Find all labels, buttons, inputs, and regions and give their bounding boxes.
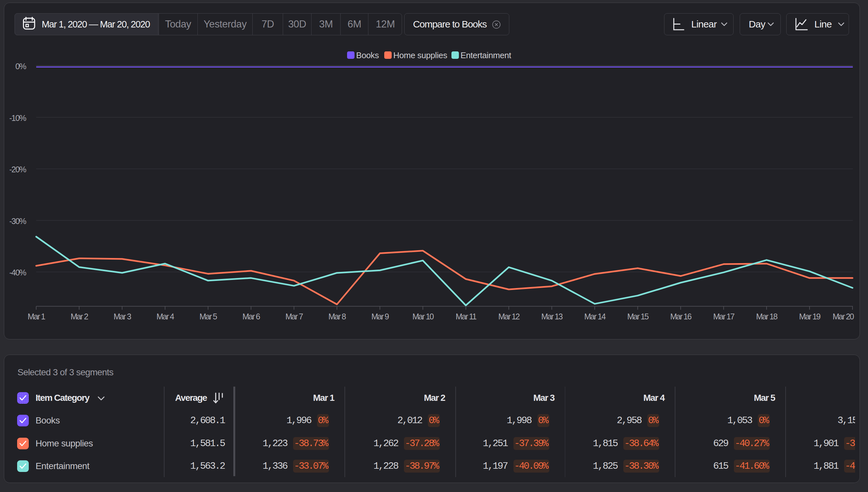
svg-text:Mar 14: Mar 14 <box>584 312 606 321</box>
svg-text:Mar 9: Mar 9 <box>371 312 389 321</box>
svg-text:-40%: -40% <box>9 268 26 277</box>
svg-text:Mar 1: Mar 1 <box>28 312 45 321</box>
svg-text:Mar 20: Mar 20 <box>833 312 854 321</box>
svg-text:Mar 16: Mar 16 <box>670 312 692 321</box>
svg-text:-30%: -30% <box>9 217 26 226</box>
svg-text:-10%: -10% <box>9 114 26 123</box>
svg-text:Mar 11: Mar 11 <box>456 312 476 321</box>
svg-text:-20%: -20% <box>9 165 26 174</box>
svg-text:Mar 18: Mar 18 <box>756 312 777 321</box>
svg-text:Mar 19: Mar 19 <box>799 312 820 321</box>
svg-text:Mar 12: Mar 12 <box>498 312 520 321</box>
svg-text:0%: 0% <box>15 62 26 71</box>
svg-text:Mar 4: Mar 4 <box>156 312 174 321</box>
svg-text:Mar 8: Mar 8 <box>328 312 346 321</box>
svg-text:Mar 7: Mar 7 <box>285 312 303 321</box>
svg-text:Mar 3: Mar 3 <box>113 312 131 321</box>
svg-text:Mar 17: Mar 17 <box>713 312 735 321</box>
svg-text:Mar 2: Mar 2 <box>71 312 88 321</box>
svg-text:Mar 5: Mar 5 <box>199 312 217 321</box>
svg-text:Mar 10: Mar 10 <box>412 312 434 321</box>
svg-text:Mar 13: Mar 13 <box>541 312 563 321</box>
svg-text:Mar 15: Mar 15 <box>627 312 648 321</box>
svg-text:Mar 6: Mar 6 <box>242 312 260 321</box>
